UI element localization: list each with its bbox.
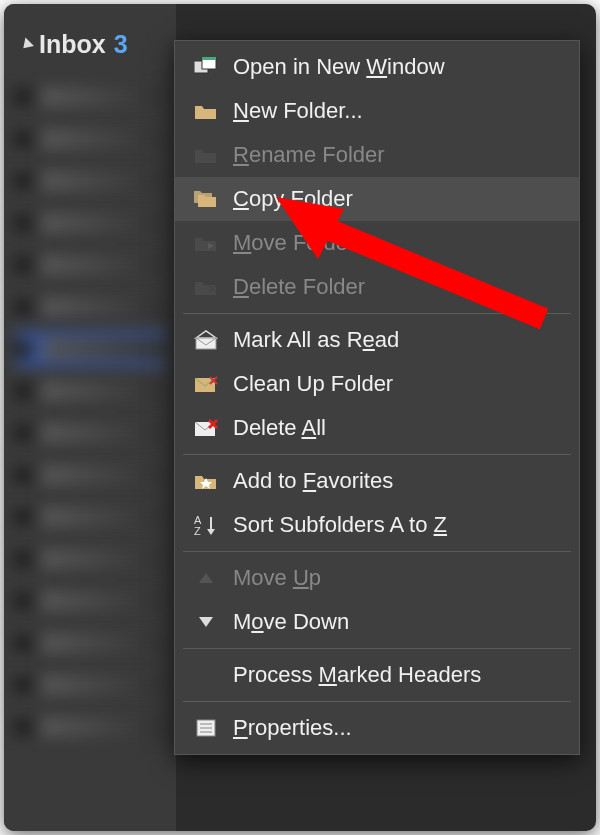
menu-item-move-folder: Move Folder [175,221,579,265]
menu-item-label: Move Down [233,609,349,635]
svg-rect-2 [202,57,216,60]
menu-item-label: Sort Subfolders A to Z [233,512,447,538]
svg-text:Z: Z [194,525,201,536]
folder-delete-icon [193,274,219,300]
menu-item-label: Clean Up Folder [233,371,393,397]
triangle-down-icon [193,609,219,635]
menu-item-label: Add to Favorites [233,468,393,494]
envelope-clean-icon [193,371,219,397]
inbox-label: Inbox [39,30,106,59]
sidebar-item-blurred [14,79,166,115]
menu-item-label: Rename Folder [233,142,385,168]
sidebar-item-blurred [14,667,166,703]
expand-triangle-icon [19,37,34,52]
menu-item-delete-folder: Delete Folder [175,265,579,309]
blank-icon [193,662,219,688]
properties-icon [193,715,219,741]
menu-item-label: Open in New Window [233,54,445,80]
menu-separator [183,454,571,455]
sidebar-item-blurred [14,541,166,577]
menu-item-delete-all[interactable]: Delete All [175,406,579,450]
menu-item-label: Move Folder [233,230,355,256]
menu-item-label: Process Marked Headers [233,662,481,688]
sort-az-icon: AZ [193,512,219,538]
sidebar-item-blurred [14,457,166,493]
triangle-up-icon [193,565,219,591]
envelope-delete-icon [193,415,219,441]
sidebar-item-blurred [14,415,166,451]
menu-separator [183,648,571,649]
sidebar-item-blurred [14,625,166,661]
menu-item-label: Delete Folder [233,274,365,300]
sidebar-item-blurred [14,373,166,409]
inbox-unread-count: 3 [114,30,128,59]
menu-item-sort-subfolders-a-to-z[interactable]: AZSort Subfolders A to Z [175,503,579,547]
menu-item-label: Move Up [233,565,321,591]
envelope-open-icon [193,327,219,353]
sidebar-item-blurred [14,121,166,157]
folder-move-icon [193,230,219,256]
svg-marker-5 [196,331,216,338]
sidebar-item-blurred [14,163,166,199]
menu-item-process-marked-headers[interactable]: Process Marked Headers [175,653,579,697]
folders-icon [193,186,219,212]
menu-item-copy-folder[interactable]: Copy Folder [175,177,579,221]
sidebar-item-blurred [14,331,166,367]
sidebar-item-blurred [14,247,166,283]
menu-item-mark-all-as-read[interactable]: Mark All as Read [175,318,579,362]
menu-item-label: Copy Folder [233,186,353,212]
windows-icon [193,54,219,80]
menu-item-label: Delete All [233,415,326,441]
folder-icon [193,98,219,124]
inbox-folder-item[interactable]: Inbox 3 [4,24,176,73]
menu-item-add-to-favorites[interactable]: Add to Favorites [175,459,579,503]
menu-separator [183,701,571,702]
sidebar-item-blurred [14,205,166,241]
svg-marker-18 [199,573,213,583]
menu-separator [183,551,571,552]
app-window: Inbox 3 Open in New WindowNew Folder...R… [4,4,596,831]
sidebar-item-blurred [14,583,166,619]
sidebar-item-blurred [14,709,166,745]
menu-item-open-in-new-window[interactable]: Open in New Window [175,45,579,89]
sidebar-item-blurred [14,289,166,325]
svg-marker-19 [199,617,213,627]
menu-item-label: Mark All as Read [233,327,399,353]
menu-item-rename-folder: Rename Folder [175,133,579,177]
svg-marker-17 [207,529,215,535]
folder-star-icon [193,468,219,494]
menu-item-label: Properties... [233,715,352,741]
menu-item-new-folder[interactable]: New Folder... [175,89,579,133]
folder-context-menu: Open in New WindowNew Folder...Rename Fo… [174,40,580,755]
menu-separator [183,313,571,314]
sidebar-item-blurred [14,499,166,535]
folder-sidebar: Inbox 3 [4,4,176,831]
menu-item-clean-up-folder[interactable]: Clean Up Folder [175,362,579,406]
menu-item-move-down[interactable]: Move Down [175,600,579,644]
menu-item-properties[interactable]: Properties... [175,706,579,750]
menu-item-move-up: Move Up [175,556,579,600]
menu-item-label: New Folder... [233,98,363,124]
folder-dark-icon [193,142,219,168]
